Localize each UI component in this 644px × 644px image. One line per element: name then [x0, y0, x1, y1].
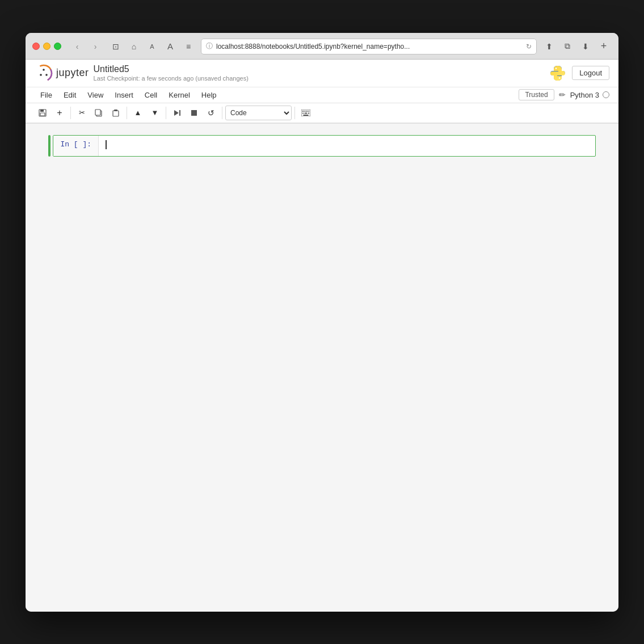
- menu-view[interactable]: View: [82, 89, 109, 102]
- stop-icon: [190, 109, 198, 117]
- url-text: localhost:8888/notebooks/Untitled5.ipynb…: [216, 43, 410, 50]
- forward-button[interactable]: ›: [87, 40, 103, 53]
- kernel-status-circle: [603, 91, 609, 98]
- svg-rect-15: [179, 110, 180, 116]
- cell-type-select[interactable]: Code Markdown Raw NBConvert: [225, 106, 292, 120]
- svg-rect-20: [306, 111, 308, 112]
- new-tab-icon[interactable]: +: [596, 40, 612, 53]
- jupyter-menubar: File Edit View Insert Cell Kernel Help T…: [26, 87, 618, 103]
- jupyter-title-bar: jupyter Untitled5 Last Checkpoint: a few…: [26, 60, 618, 87]
- jupyter-toolbar: + ✂: [26, 103, 618, 123]
- svg-point-3: [40, 74, 42, 76]
- cell-container: In [ ]:: [48, 135, 596, 157]
- svg-rect-22: [302, 112, 304, 113]
- notebook-title-info: Untitled5 Last Checkpoint: a few seconds…: [94, 64, 249, 82]
- toolbar-sep-4: [222, 107, 222, 119]
- reader-view-icon[interactable]: ≡: [180, 40, 196, 53]
- jupyter-title-right: Logout: [549, 65, 609, 82]
- download-icon[interactable]: ⬇: [578, 40, 594, 53]
- svg-point-1: [35, 64, 53, 82]
- svg-rect-19: [305, 111, 306, 112]
- jupyter-logo-icon: [35, 64, 53, 82]
- kernel-indicator: Python 3: [570, 91, 609, 99]
- cell-active-indicator: [48, 135, 50, 157]
- kernel-name-text: Python 3: [570, 91, 599, 99]
- jupyter-header: jupyter Untitled5 Last Checkpoint: a few…: [26, 60, 618, 124]
- svg-point-5: [555, 68, 557, 69]
- svg-point-0: [35, 64, 53, 82]
- svg-point-2: [43, 69, 45, 71]
- move-cell-down-button[interactable]: ▼: [147, 106, 163, 120]
- svg-rect-9: [40, 113, 45, 116]
- svg-rect-12: [113, 111, 119, 116]
- browser-icons: ⊡ ⌂ A A ≡: [108, 40, 196, 53]
- browser-window: ‹ › ⊡ ⌂ A A ≡ ⓘ localhost:8888/notebooks…: [26, 33, 618, 612]
- home-icon[interactable]: ⌂: [126, 40, 142, 53]
- toolbar-sep-1: [70, 107, 71, 119]
- stop-button[interactable]: [186, 106, 202, 120]
- copy-cell-button[interactable]: [91, 106, 107, 120]
- save-icon: [39, 109, 47, 117]
- tab-overview-icon[interactable]: ⧉: [559, 40, 575, 53]
- share-icon[interactable]: ⬆: [541, 40, 557, 53]
- cell-cursor: [106, 140, 107, 149]
- reading-list-icon[interactable]: ⊡: [108, 40, 124, 53]
- cut-cell-button[interactable]: ✂: [74, 106, 90, 120]
- run-next-icon: [173, 109, 181, 117]
- maximize-button[interactable]: [54, 43, 61, 50]
- menu-help[interactable]: Help: [196, 89, 222, 102]
- toolbar-sep-3: [166, 107, 166, 119]
- svg-rect-21: [309, 111, 310, 112]
- svg-point-4: [45, 74, 48, 76]
- address-bar[interactable]: ⓘ localhost:8888/notebooks/Untitled5.ipy…: [201, 39, 537, 54]
- back-button[interactable]: ‹: [69, 40, 85, 53]
- cell-prompt: In [ ]:: [53, 136, 99, 156]
- minimize-button[interactable]: [43, 43, 50, 50]
- svg-rect-23: [305, 112, 308, 113]
- svg-rect-16: [191, 110, 197, 116]
- copy-icon: [95, 109, 103, 117]
- pencil-icon[interactable]: ✏: [559, 90, 566, 99]
- notebook-content: In [ ]:: [26, 124, 618, 170]
- keyboard-shortcuts-button[interactable]: [298, 106, 314, 120]
- python-logo: [549, 65, 566, 82]
- svg-rect-18: [302, 111, 304, 112]
- save-toolbar-button[interactable]: [35, 106, 50, 120]
- trusted-button[interactable]: Trusted: [519, 89, 554, 100]
- menubar-right: Trusted ✏ Python 3: [519, 89, 609, 100]
- add-cell-button[interactable]: +: [52, 106, 68, 120]
- browser-right-icons: ⬆ ⧉ ⬇ +: [541, 40, 612, 53]
- browser-chrome: ‹ › ⊡ ⌂ A A ≡ ⓘ localhost:8888/notebooks…: [26, 33, 618, 60]
- menu-cell[interactable]: Cell: [139, 89, 163, 102]
- nav-buttons: ‹ ›: [69, 40, 103, 53]
- text-size-small-icon[interactable]: A: [144, 40, 160, 53]
- svg-rect-24: [308, 112, 309, 113]
- cell-input[interactable]: [99, 136, 595, 156]
- paste-cell-button[interactable]: [108, 106, 124, 120]
- jupyter-logo: jupyter: [35, 64, 89, 82]
- menu-insert[interactable]: Insert: [109, 89, 139, 102]
- close-button[interactable]: [32, 43, 40, 50]
- content-area: jupyter Untitled5 Last Checkpoint: a few…: [26, 60, 618, 612]
- text-size-large-icon[interactable]: A: [162, 40, 178, 53]
- notebook-name[interactable]: Untitled5: [94, 64, 249, 74]
- address-bar-row: ⓘ localhost:8888/notebooks/Untitled5.ipy…: [201, 39, 537, 54]
- traffic-lights: [32, 43, 61, 50]
- logout-button[interactable]: Logout: [572, 66, 609, 80]
- svg-rect-25: [304, 115, 309, 116]
- menu-kernel[interactable]: Kernel: [163, 89, 196, 102]
- menu-file[interactable]: File: [35, 89, 58, 102]
- svg-marker-14: [174, 110, 179, 116]
- jupyter-logo-text: jupyter: [56, 67, 89, 79]
- jupyter-title-left: jupyter Untitled5 Last Checkpoint: a few…: [35, 64, 249, 82]
- toolbar-sep-5: [294, 107, 295, 119]
- menu-edit[interactable]: Edit: [58, 89, 82, 102]
- toolbar-sep-2: [127, 107, 127, 119]
- run-next-button[interactable]: [169, 106, 185, 120]
- move-cell-up-button[interactable]: ▲: [130, 106, 146, 120]
- restart-button[interactable]: ↺: [203, 106, 219, 120]
- code-cell[interactable]: In [ ]:: [53, 135, 596, 157]
- reload-icon[interactable]: ↻: [526, 43, 532, 50]
- checkpoint-text: Last Checkpoint: a few seconds ago (unsa…: [94, 75, 249, 82]
- paste-icon: [112, 109, 120, 117]
